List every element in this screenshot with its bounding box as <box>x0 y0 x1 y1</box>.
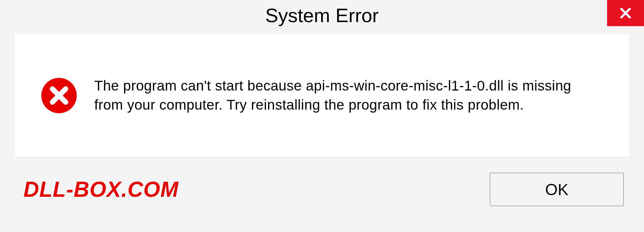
error-message: The program can't start because api-ms-w… <box>94 76 603 114</box>
close-button[interactable] <box>607 0 644 26</box>
titlebar: System Error <box>0 0 644 30</box>
ok-button-label: OK <box>545 180 568 199</box>
footer: DLL-BOX.COM OK <box>13 168 631 211</box>
message-panel: The program can't start because api-ms-w… <box>13 34 631 158</box>
error-icon <box>41 77 77 114</box>
watermark-text: DLL-BOX.COM <box>13 177 179 202</box>
dialog-title: System Error <box>265 4 379 26</box>
ok-button[interactable]: OK <box>490 173 624 206</box>
close-icon <box>619 7 632 19</box>
